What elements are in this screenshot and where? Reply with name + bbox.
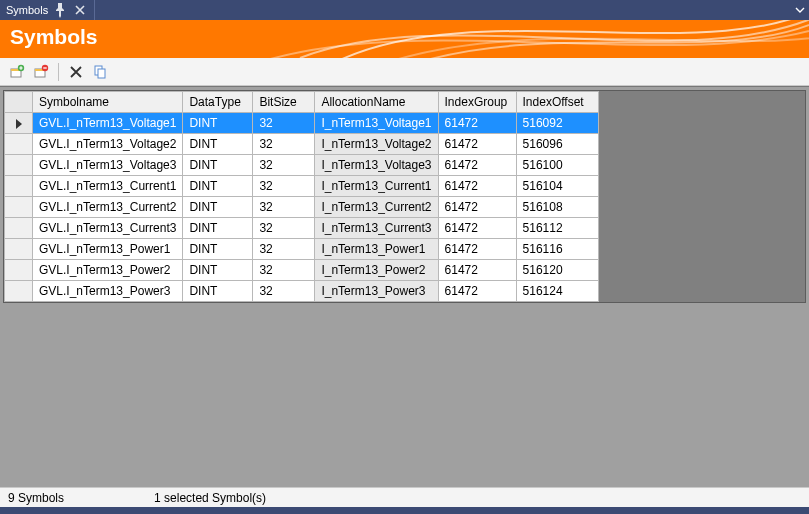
cell-indexoffset[interactable]: 516092	[516, 113, 598, 134]
cell-indexoffset[interactable]: 516096	[516, 134, 598, 155]
row-header[interactable]	[5, 260, 33, 281]
cell-indexoffset[interactable]: 516124	[516, 281, 598, 302]
pin-icon[interactable]	[52, 2, 68, 18]
cell-bitsize[interactable]: 32	[253, 281, 315, 302]
header-row: Symbolname DataType BitSize AllocationNa…	[5, 92, 599, 113]
add-symbol-button[interactable]	[6, 61, 28, 83]
cell-datatype[interactable]: DINT	[183, 260, 253, 281]
cell-datatype[interactable]: DINT	[183, 134, 253, 155]
table-row[interactable]: GVL.I_nTerm13_Power3DINT32I_nTerm13_Powe…	[5, 281, 599, 302]
row-header[interactable]	[5, 239, 33, 260]
toolbar-separator	[58, 63, 59, 81]
cell-indexoffset[interactable]: 516104	[516, 176, 598, 197]
row-header[interactable]	[5, 155, 33, 176]
cell-indexgroup[interactable]: 61472	[438, 218, 516, 239]
copy-button[interactable]	[89, 61, 111, 83]
cell-allocation[interactable]: I_nTerm13_Power1	[315, 239, 438, 260]
cell-bitsize[interactable]: 32	[253, 134, 315, 155]
status-selection: 1 selected Symbol(s)	[154, 491, 266, 505]
cell-allocation[interactable]: I_nTerm13_Current1	[315, 176, 438, 197]
row-header[interactable]	[5, 218, 33, 239]
cell-datatype[interactable]: DINT	[183, 113, 253, 134]
cell-indexgroup[interactable]: 61472	[438, 176, 516, 197]
cell-indexoffset[interactable]: 516120	[516, 260, 598, 281]
table-row[interactable]: GVL.I_nTerm13_Voltage2DINT32I_nTerm13_Vo…	[5, 134, 599, 155]
row-header[interactable]	[5, 113, 33, 134]
cell-allocation[interactable]: I_nTerm13_Current2	[315, 197, 438, 218]
remove-symbol-button[interactable]	[30, 61, 52, 83]
col-header-indexoffset[interactable]: IndexOffset	[516, 92, 598, 113]
cell-bitsize[interactable]: 32	[253, 260, 315, 281]
grid-area: Symbolname DataType BitSize AllocationNa…	[0, 86, 809, 487]
table-row[interactable]: GVL.I_nTerm13_Power2DINT32I_nTerm13_Powe…	[5, 260, 599, 281]
row-header[interactable]	[5, 176, 33, 197]
cell-symbolname[interactable]: GVL.I_nTerm13_Current1	[33, 176, 183, 197]
close-icon[interactable]	[72, 2, 88, 18]
cell-indexgroup[interactable]: 61472	[438, 197, 516, 218]
cell-indexgroup[interactable]: 61472	[438, 281, 516, 302]
cell-symbolname[interactable]: GVL.I_nTerm13_Power3	[33, 281, 183, 302]
table-row[interactable]: GVL.I_nTerm13_Current2DINT32I_nTerm13_Cu…	[5, 197, 599, 218]
delete-button[interactable]	[65, 61, 87, 83]
cell-indexoffset[interactable]: 516100	[516, 155, 598, 176]
cell-symbolname[interactable]: GVL.I_nTerm13_Power2	[33, 260, 183, 281]
cell-bitsize[interactable]: 32	[253, 155, 315, 176]
col-header-datatype[interactable]: DataType	[183, 92, 253, 113]
col-header-bitsize[interactable]: BitSize	[253, 92, 315, 113]
tab-title: Symbols	[6, 4, 48, 16]
row-header[interactable]	[5, 281, 33, 302]
cell-bitsize[interactable]: 32	[253, 239, 315, 260]
cell-datatype[interactable]: DINT	[183, 239, 253, 260]
cell-allocation[interactable]: I_nTerm13_Voltage1	[315, 113, 438, 134]
tab-symbols[interactable]: Symbols	[0, 0, 95, 20]
cell-bitsize[interactable]: 32	[253, 176, 315, 197]
cell-symbolname[interactable]: GVL.I_nTerm13_Voltage1	[33, 113, 183, 134]
panel-header: Symbols	[0, 20, 809, 58]
cell-datatype[interactable]: DINT	[183, 281, 253, 302]
cell-indexoffset[interactable]: 516108	[516, 197, 598, 218]
cell-indexgroup[interactable]: 61472	[438, 239, 516, 260]
cell-bitsize[interactable]: 32	[253, 113, 315, 134]
col-header-symbolname[interactable]: Symbolname	[33, 92, 183, 113]
toolbar	[0, 58, 809, 86]
cell-symbolname[interactable]: GVL.I_nTerm13_Voltage2	[33, 134, 183, 155]
cell-indexoffset[interactable]: 516112	[516, 218, 598, 239]
col-header-allocation[interactable]: AllocationName	[315, 92, 438, 113]
table-row[interactable]: GVL.I_nTerm13_Voltage3DINT32I_nTerm13_Vo…	[5, 155, 599, 176]
cell-indexgroup[interactable]: 61472	[438, 134, 516, 155]
cell-symbolname[interactable]: GVL.I_nTerm13_Voltage3	[33, 155, 183, 176]
cell-indexoffset[interactable]: 516116	[516, 239, 598, 260]
row-header[interactable]	[5, 197, 33, 218]
cell-bitsize[interactable]: 32	[253, 218, 315, 239]
row-header[interactable]	[5, 134, 33, 155]
cell-indexgroup[interactable]: 61472	[438, 155, 516, 176]
row-marker-icon	[16, 119, 22, 129]
status-count: 9 Symbols	[8, 491, 64, 505]
cell-allocation[interactable]: I_nTerm13_Voltage2	[315, 134, 438, 155]
bottom-bar	[0, 507, 809, 514]
cell-datatype[interactable]: DINT	[183, 176, 253, 197]
cell-datatype[interactable]: DINT	[183, 197, 253, 218]
table-row[interactable]: GVL.I_nTerm13_Current1DINT32I_nTerm13_Cu…	[5, 176, 599, 197]
table-row[interactable]: GVL.I_nTerm13_Voltage1DINT32I_nTerm13_Vo…	[5, 113, 599, 134]
cell-symbolname[interactable]: GVL.I_nTerm13_Current2	[33, 197, 183, 218]
table-row[interactable]: GVL.I_nTerm13_Current3DINT32I_nTerm13_Cu…	[5, 218, 599, 239]
cell-bitsize[interactable]: 32	[253, 197, 315, 218]
cell-allocation[interactable]: I_nTerm13_Power3	[315, 281, 438, 302]
tab-overflow-dropdown[interactable]	[791, 0, 809, 20]
cell-symbolname[interactable]: GVL.I_nTerm13_Current3	[33, 218, 183, 239]
cell-datatype[interactable]: DINT	[183, 218, 253, 239]
symbols-grid[interactable]: Symbolname DataType BitSize AllocationNa…	[3, 90, 806, 303]
symbols-table[interactable]: Symbolname DataType BitSize AllocationNa…	[4, 91, 599, 302]
cell-allocation[interactable]: I_nTerm13_Voltage3	[315, 155, 438, 176]
col-header-indexgroup[interactable]: IndexGroup	[438, 92, 516, 113]
cell-allocation[interactable]: I_nTerm13_Current3	[315, 218, 438, 239]
cell-symbolname[interactable]: GVL.I_nTerm13_Power1	[33, 239, 183, 260]
table-row[interactable]: GVL.I_nTerm13_Power1DINT32I_nTerm13_Powe…	[5, 239, 599, 260]
corner-cell[interactable]	[5, 92, 33, 113]
cell-allocation[interactable]: I_nTerm13_Power2	[315, 260, 438, 281]
page-title: Symbols	[0, 20, 809, 54]
cell-indexgroup[interactable]: 61472	[438, 260, 516, 281]
cell-indexgroup[interactable]: 61472	[438, 113, 516, 134]
cell-datatype[interactable]: DINT	[183, 155, 253, 176]
